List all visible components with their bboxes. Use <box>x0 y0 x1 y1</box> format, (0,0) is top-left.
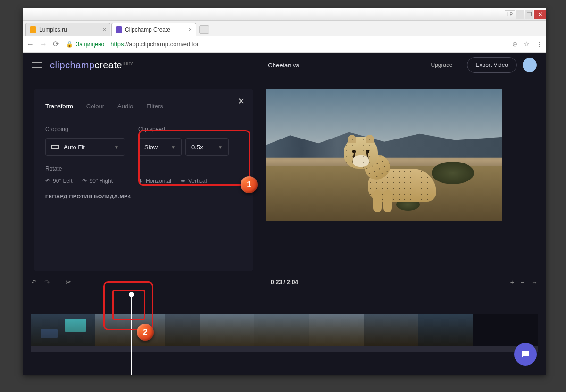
timeline-clip[interactable] <box>309 314 364 346</box>
timeline-clip[interactable] <box>364 314 418 346</box>
undo-icon[interactable]: ↶ <box>31 278 37 286</box>
tab-audio[interactable]: Audio <box>117 103 133 114</box>
chevron-down-icon: ▼ <box>114 145 119 150</box>
translate-icon[interactable]: ⊕ <box>512 41 517 48</box>
secure-label: Защищено <box>76 41 104 48</box>
rotate-right-button[interactable]: ↷ 90° Right <box>82 178 113 184</box>
window-close-button[interactable]: ✕ <box>534 10 546 19</box>
rotate-left-button[interactable]: ↶ 90° Left <box>45 178 73 184</box>
timeline-clip[interactable] <box>95 314 133 346</box>
app-logo: clipchampcreateBETA <box>50 60 133 71</box>
app-header: clipchampcreateBETA Cheetan vs. Upgrade … <box>23 53 546 77</box>
timeline-clip[interactable] <box>418 314 473 346</box>
browser-window: LP — ☐ ✕ Lumpics.ru × Clipchamp Create ×… <box>23 8 546 375</box>
edit-panel: ✕ Transform Colour Audio Filters Croppin… <box>34 89 253 271</box>
close-icon[interactable]: × <box>188 26 192 33</box>
browser-tabstrip: Lumpics.ru × Clipchamp Create × <box>23 21 546 36</box>
zoom-in-icon[interactable]: + <box>510 278 514 286</box>
menu-icon[interactable]: ⋮ <box>536 41 542 48</box>
clipchamp-app: clipchampcreateBETA Cheetan vs. Upgrade … <box>23 53 546 375</box>
annotation-badge-1: 1 <box>241 176 258 193</box>
clip-filename: ГЕПАРД ПРОТИВ БОЛИДА.MP4 <box>45 194 242 199</box>
url-input[interactable]: 🔒 Защищено | https://app.clipchamp.com/e… <box>66 41 508 48</box>
timeline-playhead[interactable] <box>131 294 132 375</box>
workspace: ✕ Transform Colour Audio Filters Croppin… <box>23 77 546 271</box>
user-avatar[interactable] <box>523 58 537 72</box>
zoom-out-icon[interactable]: − <box>521 278 524 286</box>
video-preview[interactable] <box>266 89 502 221</box>
speed-mode-dropdown[interactable]: Slow ▼ <box>138 138 182 156</box>
browser-tab-clipchamp[interactable]: Clipchamp Create × <box>111 23 196 36</box>
bookmark-icon[interactable]: ☆ <box>524 41 530 48</box>
timeline-clip[interactable] <box>200 314 254 346</box>
export-video-button[interactable]: Export Video <box>467 57 517 73</box>
chat-button[interactable] <box>514 343 537 366</box>
url-text: | https://app.clipchamp.com/editor <box>107 41 199 48</box>
panel-tabs: Transform Colour Audio Filters <box>45 103 242 114</box>
window-minimize-button[interactable]: — <box>516 10 524 19</box>
autofit-icon <box>51 145 59 149</box>
tab-filters[interactable]: Filters <box>146 103 163 114</box>
favicon-icon <box>30 26 36 33</box>
lp-badge: LP <box>505 10 515 18</box>
hamburger-icon[interactable] <box>32 62 42 68</box>
back-icon[interactable]: ← <box>26 40 35 49</box>
new-tab-button[interactable] <box>199 25 209 34</box>
split-icon[interactable]: ✂ <box>66 278 71 286</box>
timeline-time: 0:23 / 2:04 <box>271 279 298 286</box>
speed-mode-value: Slow <box>144 144 158 151</box>
timeline-audio-track[interactable] <box>31 346 538 352</box>
tab-title: Clipchamp Create <box>125 26 170 33</box>
close-icon[interactable]: × <box>102 26 106 33</box>
timeline-clip[interactable] <box>254 314 309 346</box>
window-titlebar: LP — ☐ ✕ <box>23 8 546 21</box>
tab-title: Lumpics.ru <box>39 26 67 33</box>
timeline-track[interactable] <box>31 314 538 346</box>
cheetah-illustration <box>328 133 436 208</box>
flip-horizontal-button[interactable]: ⬍ Horizontal <box>138 178 171 184</box>
reload-icon[interactable]: ⟳ <box>53 40 61 49</box>
upgrade-button[interactable]: Upgrade <box>422 58 461 72</box>
cropping-label: Cropping <box>45 126 125 132</box>
annotation-badge-2: 2 <box>137 324 154 341</box>
window-maximize-button[interactable]: ☐ <box>525 10 533 19</box>
timeline-clip[interactable] <box>165 314 200 346</box>
rotate-label: Rotate <box>45 165 125 172</box>
tab-transform[interactable]: Transform <box>45 103 73 114</box>
cropping-value: Auto Fit <box>64 144 85 151</box>
timeline: ↶ ↷ ✂ 0:23 / 2:04 + − ↔ <box>23 271 546 375</box>
browser-address-bar: ← → ⟳ 🔒 Защищено | https://app.clipchamp… <box>23 36 546 53</box>
flip-vertical-button[interactable]: ⬌ Vertical <box>181 178 207 184</box>
speed-value-dropdown[interactable]: 0.5x ▼ <box>185 138 229 156</box>
chevron-down-icon: ▼ <box>171 145 175 150</box>
project-title[interactable]: Cheetan vs. <box>268 62 300 69</box>
zoom-fit-icon[interactable]: ↔ <box>531 278 538 286</box>
preview-area <box>266 89 535 271</box>
close-panel-button[interactable]: ✕ <box>238 96 245 106</box>
cropping-dropdown[interactable]: Auto Fit ▼ <box>45 138 125 156</box>
redo-icon[interactable]: ↷ <box>44 278 50 286</box>
chevron-down-icon: ▼ <box>218 145 223 150</box>
clip-speed-label: Clip speed <box>138 126 242 132</box>
favicon-icon <box>116 26 122 33</box>
speed-multiplier: 0.5x <box>191 144 203 151</box>
forward-icon[interactable]: → <box>40 40 48 49</box>
timeline-clip[interactable] <box>31 314 95 346</box>
lock-icon: 🔒 <box>66 41 73 48</box>
timeline-toolbar: ↶ ↷ ✂ 0:23 / 2:04 + − ↔ <box>31 275 538 289</box>
tab-colour[interactable]: Colour <box>86 103 104 114</box>
browser-tab-lumpics[interactable]: Lumpics.ru × <box>25 23 110 36</box>
